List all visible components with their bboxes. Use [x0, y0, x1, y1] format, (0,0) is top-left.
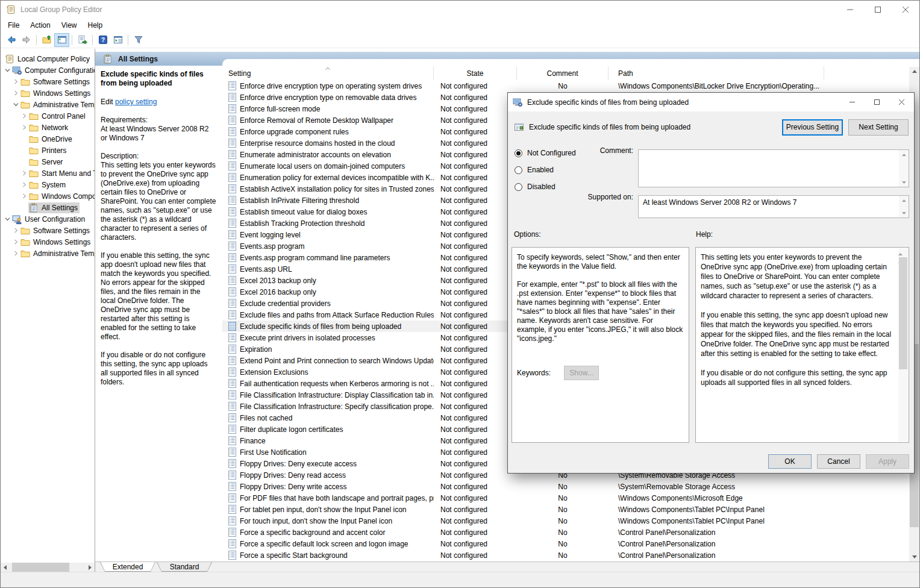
- tree-item-network[interactable]: Network: [1, 122, 95, 133]
- toolbar-show-console-tree-button[interactable]: [54, 33, 69, 47]
- expander-closed-icon[interactable]: [11, 90, 20, 96]
- minimize-button[interactable]: [836, 1, 864, 19]
- tree-item-onedrive[interactable]: OneDrive: [1, 133, 95, 145]
- toolbar-help-button[interactable]: ?: [95, 33, 110, 47]
- toolbar-back-button[interactable]: [4, 33, 19, 47]
- cancel-button[interactable]: Cancel: [817, 454, 860, 469]
- expander-closed-icon[interactable]: [20, 182, 28, 187]
- toolbar-export-list-button[interactable]: [75, 33, 90, 47]
- expander-closed-icon[interactable]: [20, 193, 28, 199]
- setting-row[interactable]: For PDF files that have both landscape a…: [222, 492, 909, 504]
- toolbar-show-properties-button[interactable]: [110, 33, 125, 47]
- setting-state: Not configured: [434, 139, 517, 148]
- tree-item-software-settings[interactable]: Software Settings: [1, 225, 95, 236]
- tree-item-local-computer-policy[interactable]: Local Computer Policy: [1, 53, 95, 64]
- scroll-up-arrow-icon[interactable]: [899, 151, 909, 158]
- tree-item-administrative-templates[interactable]: Administrative Templates: [1, 99, 95, 110]
- tree-item-administrative-templates[interactable]: Administrative Templates: [1, 248, 95, 259]
- tree-item-printers[interactable]: Printers: [1, 145, 95, 156]
- setting-row[interactable]: Floppy Drives: Deny write accessNot conf…: [222, 481, 909, 492]
- setting-doc-icon: [228, 528, 236, 537]
- scroll-up-arrow-icon[interactable]: [898, 248, 908, 258]
- column-header-state[interactable]: State: [434, 66, 517, 80]
- expander-closed-icon[interactable]: [11, 79, 20, 84]
- tree-item-server[interactable]: Server: [1, 156, 95, 167]
- ok-button[interactable]: OK: [768, 454, 812, 469]
- tree-item-label: User Configuration: [25, 215, 85, 224]
- toolbar-separator: [128, 35, 128, 45]
- maximize-button[interactable]: [864, 1, 892, 19]
- tab-extended[interactable]: Extended: [100, 562, 155, 572]
- scroll-up-arrow-icon[interactable]: [899, 196, 909, 204]
- help-scrollbar[interactable]: [898, 248, 908, 442]
- expander-open-icon[interactable]: [11, 102, 20, 107]
- tree-item-computer-configuration[interactable]: Computer Configuration: [1, 64, 95, 76]
- tree-item-user-configuration[interactable]: User Configuration: [1, 213, 95, 225]
- column-header-setting[interactable]: Setting: [222, 66, 434, 80]
- dialog-title: Exclude specific kinds of files from bei…: [527, 98, 689, 107]
- dialog-maximize-button[interactable]: [865, 93, 889, 111]
- expander-closed-icon[interactable]: [20, 113, 28, 119]
- column-header-path[interactable]: Path: [609, 66, 824, 80]
- column-header-comment[interactable]: Comment: [517, 66, 609, 80]
- expander-open-icon[interactable]: [3, 67, 11, 73]
- menu-view[interactable]: View: [56, 19, 83, 31]
- next-setting-button[interactable]: Next Setting: [848, 119, 909, 136]
- help-label: Help:: [696, 230, 713, 239]
- scroll-down-arrow-icon[interactable]: [899, 209, 909, 217]
- folder-icon: [29, 180, 39, 190]
- tree-item-windows-settings[interactable]: Windows Settings: [1, 87, 95, 99]
- tree-item-control-panel[interactable]: Control Panel: [1, 110, 95, 122]
- expander-closed-icon[interactable]: [11, 251, 20, 256]
- setting-row[interactable]: Enforce drive encryption type on operati…: [222, 80, 909, 92]
- scroll-right-arrow-icon[interactable]: [86, 563, 95, 572]
- radio-not-configured[interactable]: Not Configured: [515, 145, 576, 161]
- scroll-up-arrow-icon[interactable]: [909, 67, 919, 76]
- setting-state: Not configured: [434, 528, 517, 537]
- svg-text:?: ?: [101, 37, 104, 43]
- expander-closed-icon[interactable]: [20, 125, 28, 130]
- tree-item-system[interactable]: System: [1, 179, 95, 190]
- close-button[interactable]: [892, 1, 919, 19]
- tree-item-windows-settings[interactable]: Windows Settings: [1, 236, 95, 248]
- menu-action[interactable]: Action: [25, 19, 55, 31]
- radio-disabled[interactable]: Disabled: [515, 178, 576, 195]
- edit-policy-setting-link[interactable]: policy setting: [115, 98, 157, 106]
- tab-standard[interactable]: Standard: [157, 562, 212, 572]
- menu-file[interactable]: File: [2, 19, 25, 31]
- setting-state: Not configured: [434, 277, 517, 285]
- setting-row[interactable]: For touch input, don't show the Input Pa…: [222, 515, 909, 527]
- toolbar-forward-button[interactable]: [19, 33, 34, 47]
- expander-open-icon[interactable]: [3, 216, 11, 222]
- tree-item-windows-components[interactable]: Windows Components: [1, 190, 95, 202]
- supported-on-scrollbar[interactable]: [899, 196, 909, 217]
- tree-item-all-settings[interactable]: All Settings: [1, 202, 95, 213]
- dialog-close-button[interactable]: [889, 93, 914, 111]
- toolbar-up-one-level-button[interactable]: [39, 33, 54, 47]
- expander-closed-icon[interactable]: [11, 239, 20, 245]
- scroll-down-arrow-icon[interactable]: [899, 178, 909, 186]
- scrollbar-thumb[interactable]: [899, 257, 907, 369]
- setting-row[interactable]: For tablet pen input, don't show the Inp…: [222, 504, 909, 515]
- tree-item-start-menu-and-taskbar[interactable]: Start Menu and Taskbar: [1, 167, 95, 179]
- dialog-minimize-button[interactable]: [840, 93, 865, 111]
- scrollbar-track[interactable]: [10, 563, 86, 572]
- setting-row[interactable]: Force a specific default lock screen and…: [222, 538, 909, 549]
- toolbar-filter-button[interactable]: [131, 33, 146, 47]
- pane-header-title: All Settings: [118, 55, 158, 63]
- scroll-down-arrow-icon[interactable]: [909, 552, 919, 561]
- comment-scrollbar[interactable]: [899, 150, 909, 187]
- setting-state: Not configured: [434, 265, 517, 274]
- scroll-left-arrow-icon[interactable]: [1, 563, 10, 572]
- tree-item-software-settings[interactable]: Software Settings: [1, 76, 95, 87]
- expander-closed-icon[interactable]: [20, 170, 28, 176]
- previous-setting-button[interactable]: Previous Setting: [782, 119, 843, 136]
- radio-enabled[interactable]: Enabled: [515, 161, 576, 178]
- comment-input[interactable]: [639, 150, 898, 187]
- tree-horizontal-scrollbar[interactable]: [1, 563, 95, 572]
- setting-row[interactable]: Force a specific background and accent c…: [222, 527, 909, 538]
- scrollbar-thumb[interactable]: [12, 563, 69, 572]
- menu-help[interactable]: Help: [83, 19, 108, 31]
- expander-closed-icon[interactable]: [11, 228, 20, 233]
- setting-row[interactable]: Force a specific Start backgroundNot con…: [222, 549, 909, 561]
